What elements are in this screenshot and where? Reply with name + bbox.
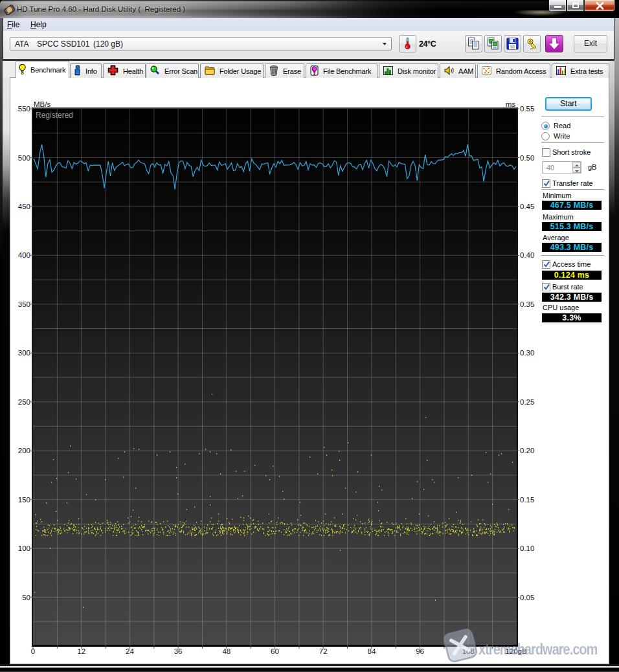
svg-text:0.15: 0.15 [520, 496, 534, 504]
svg-text:48: 48 [222, 647, 231, 655]
svg-text:0.40: 0.40 [520, 251, 534, 259]
svg-text:0.30: 0.30 [520, 349, 534, 357]
svg-text:Registered: Registered [36, 111, 73, 120]
svg-text:ms: ms [506, 100, 516, 108]
svg-text:250: 250 [18, 398, 30, 406]
svg-text:0.45: 0.45 [520, 203, 534, 210]
svg-text:400: 400 [18, 251, 30, 259]
svg-text:96: 96 [416, 647, 424, 655]
svg-text:12: 12 [77, 647, 85, 655]
svg-text:0.50: 0.50 [520, 154, 534, 162]
svg-text:0: 0 [31, 647, 35, 655]
svg-text:450: 450 [18, 203, 30, 210]
svg-text:0.10: 0.10 [520, 544, 534, 552]
svg-text:60: 60 [271, 647, 279, 655]
svg-text:500: 500 [18, 154, 30, 162]
svg-text:0.35: 0.35 [520, 300, 534, 308]
svg-text:24: 24 [126, 647, 134, 655]
svg-text:0.20: 0.20 [520, 447, 534, 454]
svg-text:350: 350 [18, 300, 30, 308]
svg-text:150: 150 [18, 496, 30, 504]
svg-text:0.25: 0.25 [520, 398, 534, 406]
svg-text:100: 100 [18, 544, 30, 552]
svg-text:36: 36 [174, 647, 183, 655]
svg-text:550: 550 [18, 105, 30, 113]
svg-text:300: 300 [18, 349, 30, 357]
svg-text:200: 200 [18, 447, 30, 454]
svg-text:0.05: 0.05 [520, 594, 534, 601]
svg-text:50: 50 [22, 594, 30, 601]
svg-text:84: 84 [368, 647, 376, 655]
svg-text:0.55: 0.55 [520, 105, 534, 113]
svg-text:MB/s: MB/s [34, 100, 51, 108]
svg-text:72: 72 [319, 647, 328, 655]
